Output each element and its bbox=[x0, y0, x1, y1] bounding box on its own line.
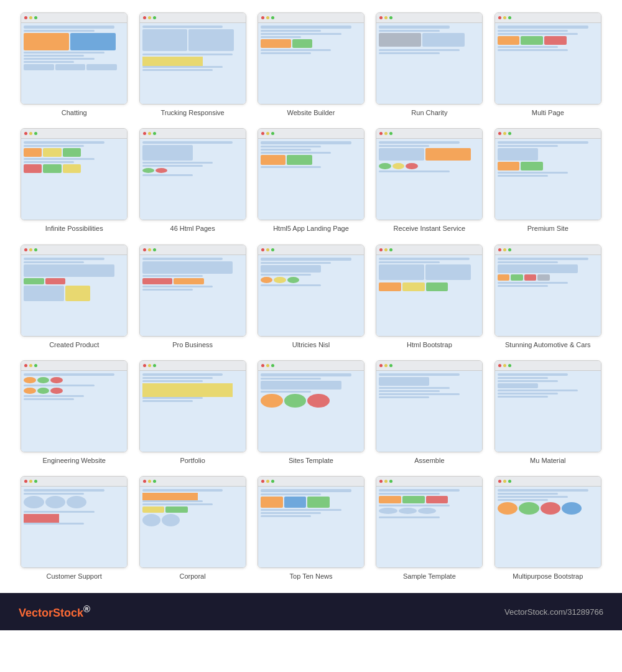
browser-content-sites_template bbox=[258, 371, 364, 452]
dot-yellow bbox=[148, 132, 151, 135]
browser-window-top_ten bbox=[258, 476, 364, 568]
dot-yellow bbox=[503, 248, 506, 251]
browser-bar bbox=[258, 477, 364, 487]
browser-window-multipurpose bbox=[494, 476, 601, 568]
dot-red bbox=[379, 248, 383, 251]
browser-bar bbox=[21, 129, 127, 139]
template-item-customer_support[interactable]: Customer Support bbox=[19, 476, 129, 581]
template-item-portfolio[interactable]: Portfolio bbox=[137, 360, 248, 465]
dot-green bbox=[34, 364, 37, 367]
browser-bar bbox=[258, 129, 364, 139]
template-item-html46[interactable]: 46 Html Pages bbox=[137, 128, 248, 233]
dot-yellow bbox=[384, 364, 388, 367]
template-label-created_product: Created Product bbox=[49, 340, 99, 349]
dot-green bbox=[271, 248, 274, 251]
browser-content-run_charity bbox=[376, 23, 482, 104]
template-label-website_builder: Website Builder bbox=[287, 108, 335, 117]
browser-bar bbox=[140, 129, 246, 139]
template-label-pro_business: Pro Business bbox=[172, 340, 213, 349]
browser-window-html46 bbox=[139, 128, 246, 220]
main-content: ChattingTrucking ResponsiveWebsite Build… bbox=[0, 0, 622, 587]
template-item-mu_material[interactable]: Mu Material bbox=[493, 360, 603, 465]
template-item-sample_template[interactable]: Sample Template bbox=[374, 476, 485, 581]
browser-content-html46 bbox=[140, 139, 246, 220]
dot-green bbox=[153, 480, 156, 483]
template-label-trucking: Trucking Responsive bbox=[160, 108, 224, 117]
browser-window-mu_material bbox=[494, 360, 601, 452]
dot-yellow bbox=[384, 248, 388, 251]
dot-yellow bbox=[384, 480, 388, 483]
browser-content-trucking bbox=[140, 23, 246, 104]
template-label-portfolio: Portfolio bbox=[180, 456, 205, 465]
template-item-infinite[interactable]: Infinite Possibilities bbox=[19, 128, 129, 233]
browser-content-portfolio bbox=[140, 371, 246, 452]
browser-window-assemble bbox=[376, 360, 483, 452]
browser-bar bbox=[495, 129, 601, 139]
template-label-corporal: Corporal bbox=[180, 572, 206, 581]
dot-green bbox=[508, 16, 511, 19]
browser-bar bbox=[376, 477, 482, 487]
browser-window-chatting bbox=[21, 12, 128, 105]
browser-bar bbox=[21, 13, 127, 23]
template-item-chatting[interactable]: Chatting bbox=[19, 12, 129, 117]
browser-content-infinite bbox=[21, 139, 127, 220]
browser-content-stunning_auto bbox=[495, 255, 601, 336]
template-label-premium_site: Premium Site bbox=[527, 224, 569, 233]
dot-green bbox=[508, 132, 511, 135]
browser-window-run_charity bbox=[376, 12, 483, 105]
template-item-multi_page[interactable]: Multi Page bbox=[493, 12, 603, 117]
browser-bar bbox=[376, 129, 482, 139]
template-label-engineering: Engineering Website bbox=[43, 456, 106, 465]
dot-red bbox=[261, 16, 264, 19]
browser-content-premium_site bbox=[495, 139, 601, 220]
dot-green bbox=[271, 16, 274, 19]
template-item-pro_business[interactable]: Pro Business bbox=[137, 245, 248, 349]
template-item-receive_instant[interactable]: Receive Instant Service bbox=[374, 128, 485, 233]
dot-yellow bbox=[29, 248, 32, 251]
browser-bar bbox=[140, 245, 246, 255]
template-item-premium_site[interactable]: Premium Site bbox=[493, 128, 603, 233]
template-item-html5app[interactable]: Html5 App Landing Page bbox=[256, 128, 366, 233]
browser-window-created_product bbox=[21, 245, 128, 337]
browser-content-ultricies bbox=[258, 255, 364, 336]
browser-bar bbox=[376, 13, 482, 23]
template-item-multipurpose[interactable]: Multipurpose Bootstrap bbox=[493, 476, 603, 581]
browser-content-multipurpose bbox=[495, 487, 601, 567]
trademark: ® bbox=[83, 604, 90, 614]
template-label-stunning_auto: Stunning Automotive & Cars bbox=[505, 340, 591, 349]
template-item-top_ten[interactable]: Top Ten News bbox=[256, 476, 366, 581]
browser-window-portfolio bbox=[139, 360, 246, 452]
dot-red bbox=[379, 132, 383, 135]
browser-window-engineering bbox=[21, 360, 128, 452]
browser-bar bbox=[140, 361, 246, 371]
dot-red bbox=[143, 248, 146, 251]
browser-window-premium_site bbox=[494, 128, 601, 220]
template-item-ultricies[interactable]: Ultricies Nisl bbox=[256, 245, 366, 349]
template-item-assemble[interactable]: Assemble bbox=[374, 360, 485, 465]
template-item-engineering[interactable]: Engineering Website bbox=[19, 360, 129, 465]
template-item-corporal[interactable]: Corporal bbox=[137, 476, 248, 581]
browser-window-website_builder bbox=[258, 12, 364, 105]
browser-window-infinite bbox=[21, 128, 128, 220]
template-item-sites_template[interactable]: Sites Template bbox=[256, 360, 366, 465]
template-label-html46: 46 Html Pages bbox=[170, 224, 215, 233]
template-label-top_ten: Top Ten News bbox=[290, 572, 333, 581]
browser-bar bbox=[495, 477, 601, 487]
template-item-created_product[interactable]: Created Product bbox=[19, 245, 129, 349]
browser-bar bbox=[140, 477, 246, 487]
template-label-sample_template: Sample Template bbox=[403, 572, 456, 581]
dot-yellow bbox=[266, 364, 269, 367]
dot-green bbox=[271, 132, 274, 135]
template-item-trucking[interactable]: Trucking Responsive bbox=[137, 12, 248, 117]
dot-red bbox=[261, 364, 264, 367]
browser-content-website_builder bbox=[258, 23, 364, 104]
dot-yellow bbox=[148, 248, 151, 251]
dot-yellow bbox=[503, 480, 506, 483]
template-item-run_charity[interactable]: Run Charity bbox=[374, 12, 485, 117]
browser-bar bbox=[21, 477, 127, 487]
dot-red bbox=[261, 132, 264, 135]
dot-red bbox=[24, 364, 27, 367]
template-item-website_builder[interactable]: Website Builder bbox=[256, 12, 366, 117]
template-item-stunning_auto[interactable]: Stunning Automotive & Cars bbox=[493, 245, 603, 349]
template-item-html_bootstrap[interactable]: Html Bootstrap bbox=[374, 245, 485, 349]
